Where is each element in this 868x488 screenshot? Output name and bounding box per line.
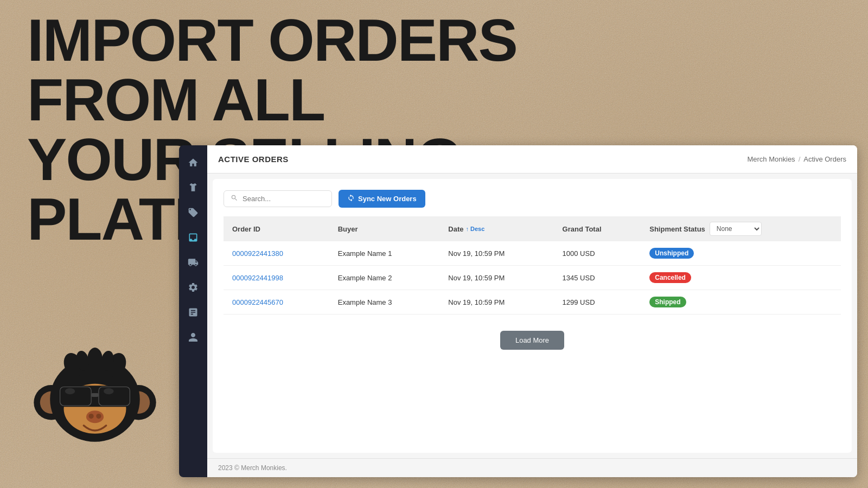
tag-icon[interactable] [182, 202, 204, 223]
breadcrumb-separator: / [799, 155, 801, 163]
status-filter-select[interactable]: None Unshipped Shipped Cancelled [710, 222, 762, 236]
breadcrumb: Merch Monkies / Active Orders [747, 155, 846, 163]
content-area: Sync New Orders Order ID Buyer Date ↑ De… [213, 179, 852, 453]
page-title: ACTIVE ORDERS [218, 155, 289, 164]
load-more-button[interactable]: Load More [500, 331, 564, 350]
status-cell: Cancelled [641, 266, 841, 290]
col-date-label: Date [448, 225, 463, 233]
load-more-container: Load More [224, 314, 841, 355]
status-cell: Shipped [641, 290, 841, 314]
svg-point-10 [65, 388, 75, 395]
total-cell: 1000 USD [554, 241, 641, 266]
user-icon[interactable] [182, 326, 204, 348]
status-badge: Shipped [649, 297, 686, 307]
sync-button-label: Sync New Orders [358, 195, 417, 203]
sync-button[interactable]: Sync New Orders [339, 190, 425, 208]
order-id-cell: 0000922441998 [224, 266, 329, 290]
order-id-cell: 0000922441380 [224, 241, 329, 266]
tshirt-icon[interactable] [182, 177, 204, 198]
svg-rect-7 [60, 387, 92, 406]
date-cell: Nov 19, 10:59 PM [439, 290, 553, 314]
sort-asc-icon: ↑ Desc [465, 226, 484, 232]
col-buyer: Buyer [329, 216, 440, 241]
order-id-cell: 0000922445670 [224, 290, 329, 314]
order-link[interactable]: 0000922441998 [232, 274, 283, 282]
svg-rect-9 [91, 393, 99, 397]
inbox-icon[interactable] [182, 227, 204, 248]
svg-point-11 [104, 388, 113, 395]
buyer-cell: Example Name 1 [329, 241, 440, 266]
search-box[interactable] [224, 190, 332, 207]
order-link[interactable]: 0000922441380 [232, 249, 283, 258]
breadcrumb-current: Active Orders [803, 155, 846, 163]
total-cell: 1345 USD [554, 266, 641, 290]
table-row: 0000922441380 Example Name 1 Nov 19, 10:… [224, 241, 841, 266]
table-row: 0000922445670 Example Name 3 Nov 19, 10:… [224, 290, 841, 314]
search-input[interactable] [242, 195, 325, 203]
svg-point-14 [96, 414, 101, 419]
svg-point-16 [87, 348, 103, 370]
toolbar: Sync New Orders [224, 190, 841, 208]
sidebar [179, 145, 207, 477]
date-cell: Nov 19, 10:59 PM [439, 241, 553, 266]
status-badge: Cancelled [649, 272, 691, 283]
col-date[interactable]: Date ↑ Desc [439, 216, 553, 241]
order-link[interactable]: 0000922445670 [232, 298, 283, 306]
settings-icon[interactable] [182, 277, 204, 298]
home-icon[interactable] [182, 152, 204, 174]
header-bar: ACTIVE ORDERS Merch Monkies / Active Ord… [207, 145, 857, 174]
status-cell: Unshipped [641, 241, 841, 266]
svg-point-13 [89, 414, 94, 419]
col-order-id: Order ID [224, 216, 329, 241]
app-panel: ACTIVE ORDERS Merch Monkies / Active Ord… [179, 145, 857, 477]
chart-icon[interactable] [182, 301, 204, 323]
buyer-cell: Example Name 2 [329, 266, 440, 290]
table-row: 0000922441998 Example Name 2 Nov 19, 10:… [224, 266, 841, 290]
footer-text: 2023 © Merch Monkies. [218, 464, 287, 472]
date-cell: Nov 19, 10:59 PM [439, 266, 553, 290]
sync-icon [347, 194, 355, 203]
breadcrumb-home: Merch Monkies [747, 155, 795, 163]
buyer-cell: Example Name 3 [329, 290, 440, 314]
svg-rect-8 [99, 387, 130, 406]
headline-line1: IMPORT ORDERS FROM ALL [27, 11, 624, 130]
total-cell: 1299 USD [554, 290, 641, 314]
footer: 2023 © Merch Monkies. [207, 458, 857, 477]
status-badge: Unshipped [649, 248, 694, 259]
orders-table: Order ID Buyer Date ↑ Desc Grand Total S… [224, 216, 841, 314]
monkey-logo [33, 331, 157, 455]
col-grand-total: Grand Total [554, 216, 641, 241]
main-content: ACTIVE ORDERS Merch Monkies / Active Ord… [207, 145, 857, 477]
col-shipment-status: Shipment Status None Unshipped Shipped C… [641, 216, 841, 241]
search-icon [231, 194, 238, 203]
truck-icon[interactable] [182, 252, 204, 273]
